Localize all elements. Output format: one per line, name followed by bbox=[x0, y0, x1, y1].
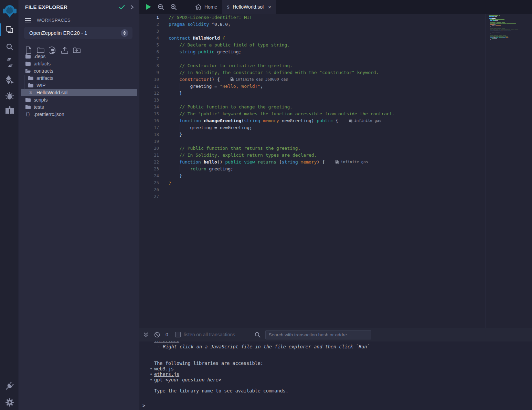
zoom-in-icon[interactable] bbox=[170, 4, 177, 10]
code-text: } bbox=[169, 132, 182, 137]
code-line-8[interactable]: 8 // Constructor to initialize the greet… bbox=[139, 62, 532, 69]
code-line-18[interactable]: 18 } bbox=[139, 131, 532, 138]
code-line-2[interactable]: 2pragma solidity ^0.8.0; bbox=[139, 21, 532, 28]
code-text: pragma solidity ^0.8.0; bbox=[169, 22, 231, 27]
minimap[interactable] bbox=[489, 15, 532, 43]
file-tree: .depsartifactscontractsartifactsWIPSHell… bbox=[19, 53, 139, 118]
terminal-library-link-line: •web3.js bbox=[139, 366, 532, 371]
expand-terminal-icon[interactable] bbox=[143, 332, 148, 337]
tree-item-helloworld-sol[interactable]: SHelloWorld.sol bbox=[21, 89, 137, 96]
line-number: 3 bbox=[139, 29, 159, 34]
folder-icon bbox=[28, 83, 34, 87]
code-line-1[interactable]: 1// SPDX-License-Identifier: MIT bbox=[139, 14, 532, 21]
line-number: 13 bbox=[139, 97, 159, 103]
deploy-run-icon[interactable] bbox=[0, 74, 19, 85]
tree-item-scripts[interactable]: scripts bbox=[21, 96, 137, 103]
terminal-toolbar: 0 listen on all transactions bbox=[139, 328, 532, 341]
code-line-3[interactable]: 3 bbox=[139, 28, 532, 34]
chevron-right-icon[interactable] bbox=[130, 5, 134, 10]
line-number: 14 bbox=[139, 104, 159, 109]
tab-close-icon[interactable]: × bbox=[268, 4, 271, 10]
terminal-blank-line bbox=[139, 382, 532, 388]
code-line-4[interactable]: 4contract HelloWorld { bbox=[139, 34, 532, 41]
code-line-17[interactable]: 17 greeting = newGreeting; bbox=[139, 124, 532, 131]
settings-icon[interactable] bbox=[0, 397, 19, 408]
code-line-25[interactable]: 25} bbox=[139, 179, 532, 186]
code-line-16[interactable]: 16 function changeGreeting(string memory… bbox=[139, 117, 532, 124]
indent-guide bbox=[180, 165, 180, 172]
code-line-13[interactable]: 13 bbox=[139, 96, 532, 103]
plugin-manager-icon[interactable] bbox=[0, 381, 19, 391]
code-line-7[interactable]: 7 bbox=[139, 55, 532, 62]
code-line-15[interactable]: 15 // The "public" keyword makes the fun… bbox=[139, 110, 532, 117]
editor-tabbar: Home S HelloWorld.sol × bbox=[139, 0, 532, 14]
line-number: 9 bbox=[139, 70, 159, 75]
tree-item-wip[interactable]: WIP bbox=[21, 82, 137, 89]
tree-item-label: .deps bbox=[34, 54, 45, 59]
line-number: 27 bbox=[139, 194, 159, 199]
zoom-out-icon[interactable] bbox=[158, 4, 164, 10]
search-icon[interactable] bbox=[0, 42, 19, 52]
terminal-search-icon bbox=[255, 332, 260, 338]
run-script-icon[interactable] bbox=[146, 4, 151, 10]
tree-item-label: tests bbox=[34, 104, 44, 110]
code-line-14[interactable]: 14 // Public function to change the gree… bbox=[139, 103, 532, 110]
tree-item-label: WIP bbox=[36, 83, 45, 88]
workspace-sort-button[interactable] bbox=[121, 29, 128, 37]
learneth-icon[interactable] bbox=[0, 105, 19, 116]
line-number: 8 bbox=[139, 63, 159, 68]
tree-item-artifacts[interactable]: artifacts bbox=[21, 74, 137, 82]
gas-estimate-badge: infinite gas bbox=[349, 118, 381, 123]
workspace-dropdown[interactable]: OpenZeppelin ERC20 - 1 bbox=[24, 27, 132, 39]
code-text: function hello() public view returns (st… bbox=[169, 159, 325, 165]
code-line-6[interactable]: 6 string public greeting; bbox=[139, 48, 532, 55]
solidity-compiler-icon[interactable] bbox=[0, 57, 19, 68]
code-line-5[interactable]: 5 // Declare a public field of type stri… bbox=[139, 41, 532, 48]
code-text: } bbox=[169, 180, 171, 185]
code-line-9[interactable]: 9 // In Solidity, the constructor is def… bbox=[139, 69, 532, 76]
listen-transactions-checkbox[interactable] bbox=[175, 332, 181, 337]
tab-home[interactable]: Home bbox=[191, 0, 222, 14]
tab-helloworld-sol[interactable]: S HelloWorld.sol × bbox=[222, 0, 276, 14]
web3-js-link[interactable]: web3.js bbox=[154, 366, 174, 371]
tree-item--prettierrc-json[interactable]: {}.prettierrc.json bbox=[21, 111, 137, 118]
check-icon[interactable] bbox=[119, 5, 125, 10]
terminal[interactable]: interface - Right click on a JavaScript … bbox=[139, 341, 532, 410]
tree-item-artifacts[interactable]: artifacts bbox=[21, 60, 137, 67]
terminal-library-link-line: •ethers.js bbox=[139, 371, 532, 377]
workspaces-label: WORKSPACES bbox=[37, 18, 71, 23]
code-line-20[interactable]: 20 // Public function that returns the g… bbox=[139, 145, 532, 151]
debugger-icon[interactable] bbox=[0, 91, 19, 101]
code-line-24[interactable]: 24 } bbox=[139, 172, 532, 179]
code-line-11[interactable]: 11 greeting = "Hello, World!"; bbox=[139, 83, 532, 90]
folder-icon bbox=[25, 98, 31, 102]
terminal-library-line: •gpt <your question here> bbox=[139, 377, 532, 382]
tree-item-contracts[interactable]: contracts bbox=[21, 67, 137, 74]
folder-icon bbox=[28, 76, 34, 80]
indent-guide bbox=[24, 75, 24, 90]
code-line-12[interactable]: 12 } bbox=[139, 90, 532, 96]
folder-icon bbox=[25, 105, 31, 109]
clear-console-icon[interactable] bbox=[154, 332, 160, 338]
code-line-10[interactable]: 10 constructor() {infinite gas 368600 ga… bbox=[139, 76, 532, 83]
code-line-19[interactable]: 19 bbox=[139, 138, 532, 145]
code-editor[interactable]: 1// SPDX-License-Identifier: MIT2pragma … bbox=[139, 14, 532, 328]
line-number: 16 bbox=[139, 118, 159, 123]
gas-estimate-badge: infinite gas bbox=[335, 160, 368, 164]
hamburger-menu-icon[interactable] bbox=[25, 18, 31, 23]
tree-item--deps[interactable]: .deps bbox=[21, 53, 137, 60]
code-line-21[interactable]: 21 // In Solidity, explicit return types… bbox=[139, 151, 532, 158]
solidity-file-icon: S bbox=[28, 90, 34, 95]
code-line-26[interactable]: 26 bbox=[139, 186, 532, 193]
code-line-23[interactable]: 23 return greeting; bbox=[139, 165, 532, 172]
bullet-icon: • bbox=[150, 371, 152, 377]
file-explorer-icon[interactable] bbox=[0, 24, 19, 35]
code-line-27[interactable]: 27 bbox=[139, 193, 532, 200]
tree-item-tests[interactable]: tests bbox=[21, 103, 137, 111]
code-text: // Public function that returns the gree… bbox=[169, 146, 301, 151]
code-line-22[interactable]: 22 function hello() public view returns … bbox=[139, 158, 532, 165]
tab-home-label: Home bbox=[204, 4, 217, 10]
ethers-js-link[interactable]: ethers.js bbox=[154, 371, 179, 377]
line-number: 10 bbox=[139, 77, 159, 82]
terminal-search-input[interactable] bbox=[265, 330, 371, 339]
